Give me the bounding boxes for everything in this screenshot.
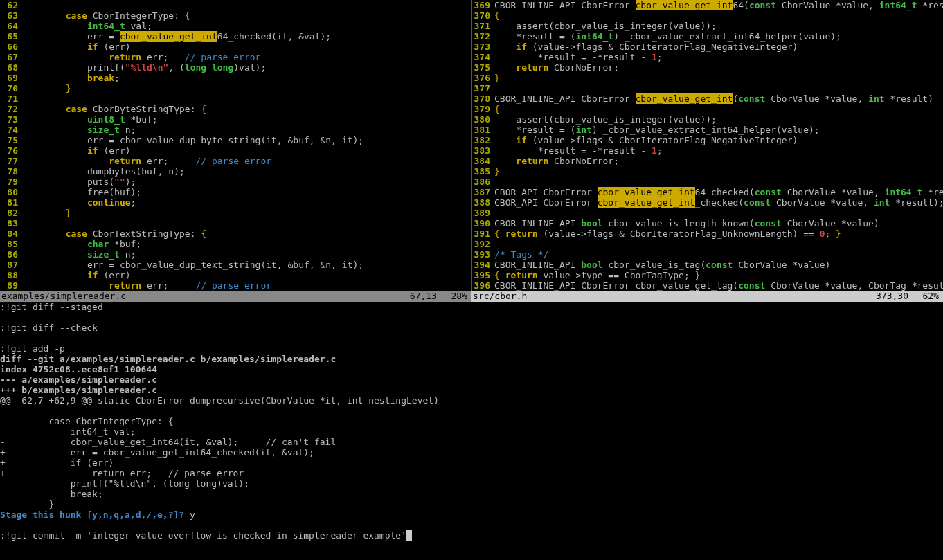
code-line[interactable]: 389 [472, 208, 943, 218]
output-line: +++ b/examples/simplereader.c [0, 385, 943, 395]
code-line[interactable]: 382 if (value->flags & CborIteratorFlag_… [472, 135, 943, 145]
code-line[interactable]: 396CBOR_INLINE_API CborError cbor_value_… [472, 280, 943, 291]
code-line[interactable]: 76 if (err) [0, 145, 472, 156]
code-line[interactable]: 370{ [472, 10, 943, 21]
code-line[interactable]: 388CBOR_API CborError cbor_value_get_int… [472, 197, 943, 208]
code-line[interactable]: 81 continue; [0, 197, 472, 208]
output-line [0, 312, 943, 323]
output-line: printf("%lld\n", (long long)val); [0, 478, 943, 489]
code-line[interactable]: 66 if (err) [0, 42, 472, 52]
line-number: 374 [472, 52, 494, 62]
output-line: --- a/examples/simplereader.c [0, 374, 943, 385]
command-line[interactable]: :!git commit -m 'integer value overflow … [0, 530, 943, 541]
status-file-right: src/cbor.h [472, 291, 839, 302]
code-line[interactable]: 82 } [0, 208, 472, 218]
command-output-pane[interactable]: :!git diff --staged:!git diff --check:!g… [0, 302, 943, 541]
line-number: 79 [0, 177, 22, 187]
output-line: + if (err) [0, 458, 943, 468]
code-line[interactable]: 84 case CborTextStringType: { [0, 228, 472, 239]
line-number: 389 [472, 208, 494, 218]
code-line[interactable]: 378CBOR_INLINE_API CborError cbor_value_… [472, 93, 943, 104]
line-number: 394 [472, 260, 494, 270]
code-line[interactable]: 387CBOR_API CborError cbor_value_get_int… [472, 187, 943, 197]
code-line[interactable]: 85 char *buf; [0, 239, 472, 249]
line-number: 75 [0, 135, 22, 145]
line-number: 82 [0, 208, 22, 218]
output-line: - cbor_value_get_int64(it, &val); // can… [0, 437, 943, 447]
code-line[interactable]: 374 *result = -*result - 1; [472, 52, 943, 62]
line-number: 369 [472, 0, 494, 10]
code-line[interactable]: 75 err = cbor_value_dup_byte_string(it, … [0, 135, 472, 145]
code-line[interactable]: 394CBOR_INLINE_API bool cbor_value_is_ta… [472, 260, 943, 270]
output-line: int64_t val; [0, 426, 943, 437]
code-line[interactable]: 69 break; [0, 73, 472, 83]
code-line[interactable]: 83 [0, 218, 472, 228]
code-line[interactable]: 62 [0, 0, 472, 10]
line-number: 84 [0, 228, 22, 239]
code-line[interactable]: 372 *result = (int64_t) _cbor_value_extr… [472, 31, 943, 42]
code-line[interactable]: 385} [472, 166, 943, 177]
line-number: 71 [0, 93, 22, 104]
code-line[interactable]: 380 assert(cbor_value_is_integer(value))… [472, 114, 943, 125]
code-line[interactable]: 72 case CborByteStringType: { [0, 104, 472, 114]
code-line[interactable]: 78 dumpbytes(buf, n); [0, 166, 472, 177]
code-line[interactable]: 384 return CborNoError; [472, 156, 943, 166]
line-number: 372 [472, 31, 494, 42]
line-number: 386 [472, 177, 494, 187]
code-line[interactable]: 68 printf("%lld\n", (long long)val); [0, 62, 472, 73]
line-number: 384 [472, 156, 494, 166]
code-line[interactable]: 375 return CborNoError; [472, 62, 943, 73]
line-number: 70 [0, 83, 22, 93]
line-number: 373 [472, 42, 494, 52]
line-number: 87 [0, 260, 22, 270]
code-line[interactable]: 74 size_t n; [0, 125, 472, 135]
line-number: 396 [472, 280, 494, 291]
code-line[interactable]: 390CBOR_INLINE_API bool cbor_value_is_le… [472, 218, 943, 228]
editor-pane-left[interactable]: 6263 case CborIntegerType: {64 int64_t v… [0, 0, 472, 291]
code-line[interactable]: 86 size_t n; [0, 249, 472, 260]
code-line[interactable]: 383 *result = -*result - 1; [472, 145, 943, 156]
code-line[interactable]: 65 err = cbor_value_get_int64_checked(it… [0, 31, 472, 42]
line-number: 86 [0, 249, 22, 260]
code-line[interactable]: 77 return err; // parse error [0, 156, 472, 166]
line-number: 65 [0, 31, 22, 42]
code-line[interactable]: 89 return err; // parse error [0, 280, 472, 291]
code-line[interactable]: 80 free(buf); [0, 187, 472, 197]
code-line[interactable]: 88 if (err) [0, 270, 472, 280]
code-line[interactable]: 395{ return value->type == CborTagType; … [472, 270, 943, 280]
line-number: 382 [472, 135, 494, 145]
status-bar-left: examples/simplereader.c 67,13 28% [0, 291, 472, 302]
line-number: 391 [472, 228, 494, 239]
code-line[interactable]: 373 if (value->flags & CborIteratorFlag_… [472, 42, 943, 52]
line-number: 380 [472, 114, 494, 125]
code-line[interactable]: 379{ [472, 104, 943, 114]
code-line[interactable]: 73 uint8_t *buf; [0, 114, 472, 125]
code-line[interactable]: 393/* Tags */ [472, 249, 943, 260]
code-line[interactable]: 386 [472, 177, 943, 187]
code-line[interactable]: 63 case CborIntegerType: { [0, 10, 472, 21]
code-line[interactable]: 377 [472, 83, 943, 93]
code-line[interactable]: 70 } [0, 83, 472, 93]
code-line[interactable]: 71 [0, 93, 472, 104]
code-line[interactable]: 381 *result = (int) _cbor_value_extract_… [472, 125, 943, 135]
line-number: 392 [472, 239, 494, 249]
code-line[interactable]: 391{ return (value->flags & CborIterator… [472, 228, 943, 239]
line-number: 66 [0, 42, 22, 52]
line-number: 73 [0, 114, 22, 125]
stage-hunk-prompt[interactable]: Stage this hunk [y,n,q,a,d,/,e,?]? y [0, 509, 943, 520]
code-line[interactable]: 369CBOR_INLINE_API CborError cbor_value_… [472, 0, 943, 10]
line-number: 393 [472, 249, 494, 260]
output-line: :!git add -p [0, 343, 943, 354]
output-line: case CborIntegerType: { [0, 416, 943, 426]
code-line[interactable]: 371 assert(cbor_value_is_integer(value))… [472, 21, 943, 31]
code-line[interactable]: 392 [472, 239, 943, 249]
code-line[interactable]: 67 return err; // parse error [0, 52, 472, 62]
code-line[interactable]: 376} [472, 73, 943, 83]
line-number: 81 [0, 197, 22, 208]
output-line: index 4752c08..ece8ef1 100644 [0, 364, 943, 374]
line-number: 390 [472, 218, 494, 228]
code-line[interactable]: 87 err = cbor_value_dup_text_string(it, … [0, 260, 472, 270]
code-line[interactable]: 79 puts(""); [0, 177, 472, 187]
editor-pane-right[interactable]: 369CBOR_INLINE_API CborError cbor_value_… [472, 0, 943, 291]
code-line[interactable]: 64 int64_t val; [0, 21, 472, 31]
